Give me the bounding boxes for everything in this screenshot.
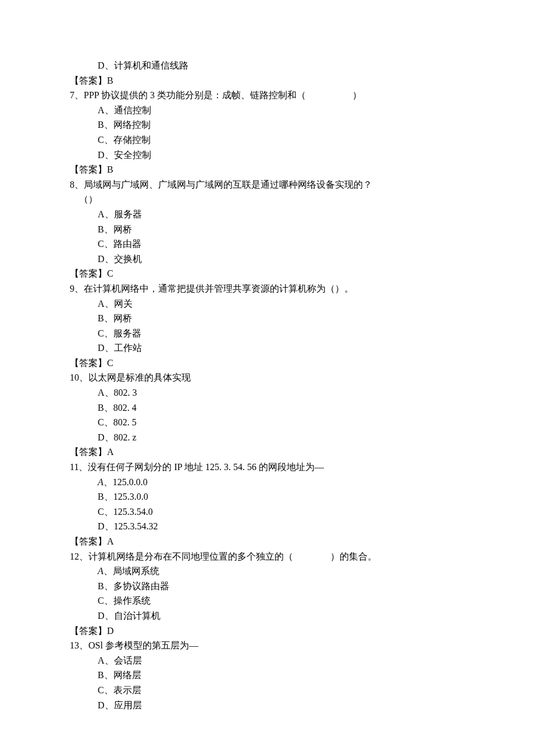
text-line: C、路由器 [70,237,465,252]
text-line: C、表示层 [70,683,465,698]
text-line: 【答案】D [70,624,465,639]
option-text: 、局域网系统 [104,566,159,576]
text-line: D、802. z [70,430,465,445]
text-line: B、网桥 [70,222,465,237]
text-line: C、125.3.54.0 [70,504,465,519]
text-line: A、125.0.0.0 [70,475,465,490]
text-line: A、802. 3 [70,385,465,400]
text-line: 12、计算机网络是分布在不同地理位置的多个独立的（ ）的集合。 [70,549,465,564]
text-line: 【答案】B [70,162,465,177]
text-line: C、802. 5 [70,415,465,430]
text-line: 7、PPP 协议提供的 3 类功能分别是：成帧、链路控制和（ ） [70,88,465,103]
text-line: 【答案】B [70,73,465,88]
document-body: D、计算机和通信线路【答案】B7、PPP 协议提供的 3 类功能分别是：成帧、链… [70,58,465,712]
text-line: D、应用层 [70,698,465,713]
text-line: D、125.3.54.32 [70,519,465,534]
text-line: 【答案】A [70,534,465,549]
text-line: A、网关 [70,296,465,311]
text-line: D、安全控制 [70,148,465,163]
text-line: 【答案】C [70,266,465,281]
text-line: C、服务器 [70,326,465,341]
text-line: A、服务器 [70,207,465,222]
text-line: B、网络层 [70,668,465,683]
text-line: 9、在计算机网络中，通常把提供并管理共享资源的计算机称为（）。 [70,281,465,296]
text-line: C、操作系统 [70,593,465,608]
text-line: B、网络控制 [70,117,465,132]
text-line: 13、OSl 参考模型的第五层为— [70,638,465,653]
text-line: B、多协议路由器 [70,579,465,594]
text-line: D、工作站 [70,341,465,356]
text-line: 【答案】C [70,356,465,371]
text-line: B、802. 4 [70,400,465,415]
option-label: A [98,566,104,576]
text-line: D、计算机和通信线路 [70,58,465,73]
text-line: 10、以太网是标准的具体实现 [70,370,465,385]
text-line: 【答案】A [70,445,465,460]
text-line: 11、没有任何子网划分的 IP 地址 125. 3. 54. 56 的网段地址为… [70,460,465,475]
option-text: 、125.0.0.0 [104,477,148,487]
text-line: D、交换机 [70,252,465,267]
text-line: A、通信控制 [70,103,465,118]
text-line: B、网桥 [70,311,465,326]
text-line: B、125.3.0.0 [70,489,465,504]
text-line: 8、局域网与广域网、广域网与广域网的互联是通过哪种网络设备实现的？ [70,177,465,192]
text-line: （） [70,192,465,207]
option-label: A [98,477,104,487]
text-line: A、局域网系统 [70,564,465,579]
text-line: A、会话层 [70,653,465,668]
text-line: C、存储控制 [70,132,465,148]
text-line: D、自治计算机 [70,608,465,624]
